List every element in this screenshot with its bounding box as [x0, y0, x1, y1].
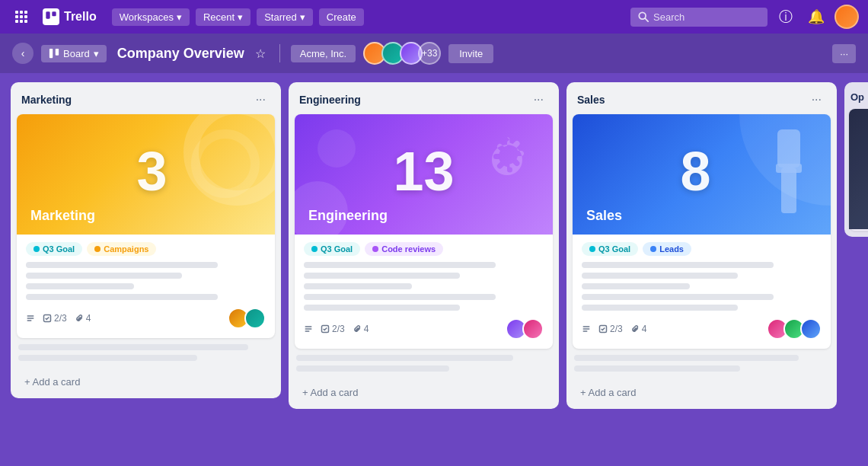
tag-code-reviews[interactable]: Code reviews: [365, 242, 443, 256]
svg-line-12: [645, 18, 648, 21]
column-title-engineering: Engineering: [299, 94, 361, 106]
card-meta-engineering: 2/3 4: [304, 324, 369, 334]
notifications-button[interactable]: 🔔: [804, 5, 828, 29]
card-lines-marketing: [26, 262, 266, 300]
column-partial: Op: [844, 82, 868, 237]
column-filler-marketing: [11, 344, 281, 367]
recent-menu-button[interactable]: Recent ▾: [196, 8, 251, 26]
svg-rect-20: [305, 328, 312, 330]
workspaces-menu-button[interactable]: Workspaces ▾: [112, 8, 190, 26]
card-avatars-marketing: [228, 308, 266, 329]
svg-rect-19: [305, 326, 312, 327]
workspace-badge[interactable]: Acme, Inc.: [291, 45, 356, 62]
card-line-2: [26, 273, 182, 279]
column-menu-engineering[interactable]: ···: [529, 91, 548, 108]
card-tags-engineering: Q3 Goal Code reviews: [304, 242, 544, 256]
card-marketing-main[interactable]: 3 Marketing Q3 Goal Campaigns: [17, 114, 275, 338]
search-bar[interactable]: Search: [630, 8, 767, 27]
card-footer-engineering: 2/3 4: [304, 318, 544, 340]
svg-rect-7: [20, 20, 23, 23]
more-options-button[interactable]: ···: [832, 44, 856, 63]
top-nav: Trello Workspaces ▾ Recent ▾ Starred ▾ C…: [0, 0, 868, 34]
gear-decoration: [469, 122, 545, 198]
board-view-button[interactable]: Board ▾: [41, 45, 107, 62]
board-title: Company Overview: [117, 46, 244, 62]
card-sales-main[interactable]: 8 Sales Q3 Goal Leads: [573, 114, 831, 349]
column-menu-marketing[interactable]: ···: [251, 91, 270, 108]
add-card-marketing[interactable]: + Add a card: [15, 370, 276, 394]
svg-rect-15: [27, 315, 34, 317]
svg-rect-3: [15, 15, 18, 18]
star-board-button[interactable]: ☆: [252, 43, 269, 64]
checkbox-icon: [43, 314, 52, 323]
sidebar-collapse-button[interactable]: ‹: [12, 43, 34, 64]
trello-logo[interactable]: Trello: [43, 8, 97, 25]
card-avatars-engineering: [506, 318, 544, 340]
svg-rect-5: [24, 15, 27, 18]
checkbox-icon-3: [598, 324, 608, 334]
card-avatar-sales-3[interactable]: [800, 318, 822, 340]
tag-q3goal-sales[interactable]: Q3 Goal: [582, 242, 638, 256]
card-cover-marketing: 3 Marketing: [17, 114, 275, 235]
search-icon: [638, 11, 649, 22]
menu-icon: [26, 314, 35, 323]
grid-menu-button[interactable]: [9, 5, 34, 29]
card-avatar-eng-2[interactable]: [522, 318, 544, 340]
card-meta-marketing: 2/3 4: [26, 313, 91, 324]
trello-logo-text: Trello: [64, 10, 97, 24]
card-engineering-main[interactable]: 13 Engineering Q3 Goal Code reviews: [295, 114, 553, 349]
cover-label-marketing: Marketing: [30, 208, 95, 224]
create-button[interactable]: Create: [319, 8, 364, 26]
card-footer-marketing: 2/3 4: [26, 308, 266, 329]
paperclip-icon-3: [630, 324, 640, 334]
card-tags-marketing: Q3 Goal Campaigns: [26, 242, 266, 256]
card-avatars-sales: [767, 318, 822, 340]
svg-rect-26: [583, 326, 590, 327]
paperclip-icon-2: [353, 324, 362, 334]
add-card-engineering[interactable]: + Add a card: [293, 381, 554, 404]
partial-card: [849, 109, 868, 231]
card-line-3: [26, 283, 134, 289]
svg-rect-4: [20, 15, 23, 18]
board-icon: [49, 48, 59, 59]
card-body-engineering: Q3 Goal Code reviews: [295, 235, 553, 349]
svg-rect-28: [583, 330, 588, 332]
column-engineering: Engineering ··· 13 Engineering: [289, 82, 559, 409]
column-marketing: Marketing ··· 3 Marketing Q3 Goal: [11, 82, 281, 398]
card-cover-engineering: 13 Engineering: [295, 114, 553, 235]
member-avatars: +33: [363, 42, 441, 65]
card-cover-sales: 8 Sales: [573, 114, 831, 235]
card-avatar-2[interactable]: [244, 308, 266, 329]
tag-q3goal-marketing[interactable]: Q3 Goal: [26, 242, 82, 256]
svg-rect-21: [305, 330, 310, 332]
tag-q3goal-engineering[interactable]: Q3 Goal: [304, 242, 360, 256]
checklist-count: 2/3: [43, 313, 67, 324]
menu-icon-2: [304, 324, 313, 334]
cover-label-sales: Sales: [586, 208, 622, 224]
add-card-sales[interactable]: + Add a card: [571, 381, 832, 404]
cover-number-engineering: 13: [393, 140, 454, 203]
info-button[interactable]: ⓘ: [774, 5, 798, 29]
invite-button[interactable]: Invite: [448, 44, 493, 63]
cover-number-sales: 8: [680, 140, 710, 203]
checklist-count-sales: 2/3: [598, 324, 623, 334]
svg-rect-9: [46, 11, 49, 18]
user-avatar[interactable]: [834, 5, 859, 29]
card-lines-engineering: [304, 262, 544, 311]
column-header-sales: Sales ···: [566, 82, 837, 114]
card-footer-sales: 2/3 4: [582, 318, 822, 340]
menu-icon-3: [582, 324, 591, 334]
card-lines-sales: [582, 262, 822, 311]
board-area: Marketing ··· 3 Marketing Q3 Goal: [0, 73, 868, 466]
starred-menu-button[interactable]: Starred ▾: [257, 8, 313, 26]
card-body-marketing: Q3 Goal Campaigns: [17, 235, 275, 338]
tag-campaigns[interactable]: Campaigns: [87, 242, 156, 256]
column-sales: Sales ··· 8 Sales: [566, 82, 837, 409]
column-menu-sales[interactable]: ···: [807, 91, 826, 108]
checklist-count-engineering: 2/3: [321, 324, 345, 334]
svg-rect-17: [27, 320, 32, 321]
checkbox-icon-2: [321, 324, 330, 334]
tag-leads[interactable]: Leads: [643, 242, 691, 256]
cover-number-marketing: 3: [136, 140, 167, 203]
member-count[interactable]: +33: [418, 42, 441, 65]
